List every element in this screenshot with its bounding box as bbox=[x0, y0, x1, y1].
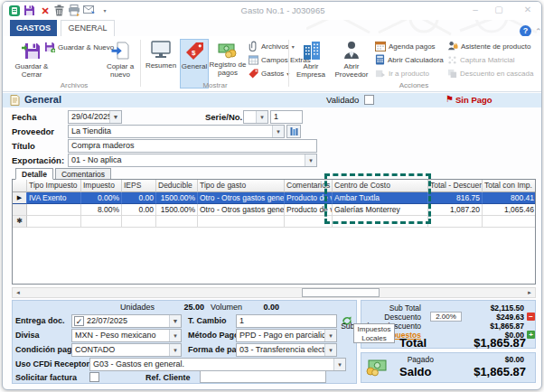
close-icon[interactable]: ✕ bbox=[520, 4, 536, 16]
tab-detalle[interactable]: Detalle bbox=[15, 168, 53, 180]
col-comentarios[interactable]: Comentarios bbox=[285, 180, 333, 192]
entrega-dropdown-icon[interactable]: ▼ bbox=[169, 315, 181, 327]
solicitar-factura-checkbox[interactable] bbox=[89, 372, 99, 382]
serie-field[interactable]: ▾ bbox=[243, 110, 268, 124]
condicion-dropdown-icon[interactable]: ▾ bbox=[169, 344, 181, 356]
tab-general[interactable]: GENERAL bbox=[61, 20, 115, 36]
titulo-field[interactable]: Compra maderos bbox=[68, 139, 317, 153]
forma-pago-field[interactable]: 03 - Transferencia electrónica de ▾ bbox=[236, 343, 337, 357]
maximize-icon[interactable]: ▢ bbox=[491, 4, 507, 16]
person-icon bbox=[342, 41, 361, 61]
total-label: Total bbox=[399, 336, 427, 350]
qat-dropdown-icon[interactable]: ▾ bbox=[98, 5, 111, 17]
pagado-value: $0.00 bbox=[450, 355, 524, 364]
app-logo-icon bbox=[8, 5, 21, 17]
col-total-con-imp[interactable]: Total con Imp. bbox=[483, 180, 536, 192]
trash-icon[interactable] bbox=[53, 5, 66, 17]
saldo-panel: Pagado $0.00 Saldo $1,865.87 bbox=[361, 352, 536, 383]
col-tipo-impuesto[interactable]: Tipo Impuesto bbox=[27, 180, 81, 192]
title-bar: ✕ ▾ Gasto No.1 - J030965 – ▢ ✕ bbox=[3, 2, 541, 20]
save-icon[interactable] bbox=[23, 5, 36, 17]
payments-icon bbox=[218, 41, 238, 59]
descuento-label: Descuento bbox=[361, 313, 421, 322]
fecha-dropdown-icon[interactable]: ▼ bbox=[109, 111, 121, 123]
validado-checkbox[interactable] bbox=[364, 95, 374, 105]
grid-header-row: Tipo Impuesto Impuesto IEPS Deducible Ti… bbox=[13, 180, 535, 192]
t-cambio-field[interactable]: 1 bbox=[236, 314, 337, 328]
proveedor-dropdown-icon[interactable]: ▾ bbox=[272, 126, 284, 137]
building-icon bbox=[302, 41, 321, 61]
group-label-mostrar: Mostrar bbox=[144, 81, 286, 89]
goto-product-icon bbox=[375, 69, 386, 79]
exportacion-dropdown-icon[interactable]: ▾ bbox=[305, 154, 316, 166]
scroll-left-icon[interactable]: ◄ bbox=[13, 288, 23, 297]
abrir-calculadora-button[interactable]: Abrir Calculadora bbox=[375, 53, 444, 66]
saldo-value: $1,865.87 bbox=[450, 365, 526, 378]
mail-send-icon[interactable] bbox=[83, 5, 96, 17]
entrega-doc-label: Entrega doc. bbox=[15, 316, 65, 325]
copy-new-icon bbox=[110, 41, 130, 61]
grid-row-2[interactable]: 8.00% 0.00 1500.00% Otro - Otros gastos … bbox=[13, 204, 535, 216]
uso-cfdi-dropdown-icon[interactable]: ▾ bbox=[333, 359, 345, 370]
calculator-icon bbox=[375, 54, 385, 65]
grid-row-1[interactable]: ▶ IVA Exento 0.00% 0.00 1500.00% Otro - … bbox=[13, 192, 535, 204]
exportacion-field[interactable]: 01 - No aplica ▾ bbox=[68, 154, 317, 167]
col-ieps[interactable]: IEPS bbox=[122, 180, 156, 192]
metodo-pago-field[interactable]: PPD - Pago en parcialidades o d ▾ bbox=[236, 329, 337, 342]
col-centro-costo[interactable]: Centro de Costo bbox=[333, 180, 428, 192]
collapse-ribbon-icon[interactable]: ⌃ bbox=[535, 27, 542, 36]
entrega-doc-field[interactable]: ✓ 22/07/2025 ▼ bbox=[71, 314, 182, 328]
col-tipo-gasto[interactable]: Tipo de gasto bbox=[198, 180, 285, 192]
flag-icon: ⚑ bbox=[446, 94, 454, 104]
group-label-acciones: Acciones bbox=[292, 81, 536, 89]
proveedor-browse-button[interactable] bbox=[286, 125, 301, 138]
asistente-producto-button[interactable]: Asistente de producto bbox=[447, 40, 530, 52]
price-tag-icon: $ bbox=[185, 42, 204, 61]
app-window: ✕ ▾ Gasto No.1 - J030965 – ▢ ✕ GASTOS GE… bbox=[2, 1, 542, 390]
svg-text:$: $ bbox=[192, 49, 196, 57]
status-sin-pago: Sin Pago bbox=[455, 95, 492, 105]
sub-total-label: Sub Total bbox=[361, 303, 421, 313]
gastos-dropdown-button[interactable]: Gastos ▾ bbox=[249, 67, 289, 79]
volumen-value: 0.00 bbox=[249, 303, 279, 312]
minimize-icon[interactable]: – bbox=[467, 4, 483, 16]
saldo-label: Saldo bbox=[399, 365, 431, 378]
t-cambio-label: T. Cambio bbox=[188, 316, 227, 325]
product-assistant-icon bbox=[447, 41, 458, 51]
numero-field[interactable]: 1 bbox=[270, 110, 303, 124]
serie-dropdown-icon[interactable]: ▾ bbox=[256, 111, 267, 123]
ir-a-producto-button: Ir a producto bbox=[375, 67, 429, 79]
divisa-dropdown-icon[interactable]: ▾ bbox=[169, 330, 181, 341]
entrega-checkbox[interactable]: ✓ bbox=[74, 316, 84, 326]
divisa-field[interactable]: MXN - Peso mexicano ▾ bbox=[71, 329, 182, 342]
ribbon: Guardar & Cerrar Guardar & Nuevo Copiar … bbox=[3, 36, 541, 92]
agenda-pagos-button[interactable]: Agenda pagos bbox=[375, 40, 436, 52]
grid-new-row[interactable]: ✱ bbox=[13, 216, 535, 228]
add-tax-icon[interactable]: + bbox=[527, 331, 535, 339]
scroll-right-icon[interactable]: ► bbox=[524, 288, 535, 297]
print-icon[interactable] bbox=[68, 5, 80, 17]
divisa-label: Divisa bbox=[15, 331, 40, 340]
proveedor-field[interactable]: La Tiendita ▾ bbox=[68, 125, 285, 138]
scrollbar-thumb[interactable] bbox=[302, 288, 380, 297]
grid-hscrollbar[interactable]: ◄ ► bbox=[12, 287, 536, 298]
form-icon bbox=[10, 95, 20, 106]
col-deducible[interactable]: Deducible bbox=[156, 180, 198, 192]
delete-icon[interactable]: ✕ bbox=[39, 5, 52, 17]
ref-cliente-label: Ref. Cliente bbox=[145, 373, 191, 382]
col-total-descuento[interactable]: Total - Descuento bbox=[428, 180, 483, 192]
remove-discount-icon[interactable]: − bbox=[527, 313, 535, 321]
titulo-label: Título bbox=[12, 141, 35, 151]
descuento-value: $249.63 bbox=[450, 313, 524, 322]
col-impuesto[interactable]: Impuesto bbox=[81, 180, 122, 192]
cascade-discount-icon bbox=[447, 69, 457, 79]
uso-cfdi-field[interactable]: G03 - Gastos en general. ▾ bbox=[89, 358, 346, 371]
tab-gastos[interactable]: GASTOS bbox=[10, 20, 57, 36]
ref-cliente-field[interactable] bbox=[200, 370, 326, 383]
condicion-pago-field[interactable]: CONTADO ▾ bbox=[71, 343, 182, 357]
forma-dropdown-icon[interactable]: ▾ bbox=[324, 344, 336, 356]
impuestos-locales-button[interactable]: Impuestos Locales bbox=[353, 323, 395, 343]
save-new-icon bbox=[44, 42, 55, 52]
fecha-field[interactable]: 29/04/2025 ▼ bbox=[68, 110, 122, 124]
metodo-dropdown-icon[interactable]: ▾ bbox=[324, 330, 336, 341]
